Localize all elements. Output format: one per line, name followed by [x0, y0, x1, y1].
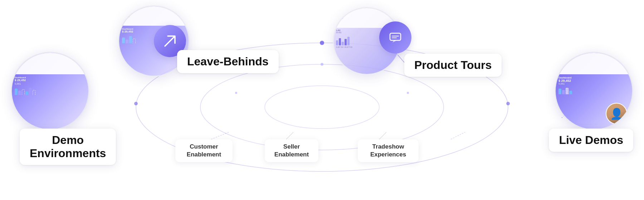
bar-6	[33, 90, 35, 95]
svg-line-18	[451, 132, 465, 139]
small-value-left: 5,961	[15, 82, 86, 85]
pt-b5	[347, 37, 350, 45]
dollar-value-left: $ 29,452	[15, 79, 86, 82]
tradeshow-experiences-label: TradeshowExperiences	[358, 139, 419, 162]
demo-environments-label: DemoEnvironments	[20, 129, 116, 165]
seller-enablement-label: SellerEnablement	[265, 139, 318, 162]
product-tours-title: Product Tours	[414, 59, 492, 72]
dashboard-title-left: Dashboard	[15, 76, 86, 79]
person-avatar: 👤	[606, 103, 627, 124]
svg-line-16	[286, 132, 293, 139]
svg-point-13	[235, 92, 237, 94]
svg-rect-19	[390, 33, 401, 40]
acme-logo-pt: ACME	[337, 17, 343, 19]
lb-bar-1	[122, 38, 125, 43]
ld-small: 5,961	[558, 82, 629, 85]
live-demos-circle: ACME Dashboard $ 29,452 5,961 👤	[555, 52, 633, 130]
acme-logo-ld: ACME	[558, 62, 566, 65]
demo-environments-circle: ACME Dashboard $ 29,452 5,961	[11, 52, 89, 130]
bar-1	[15, 89, 18, 95]
customer-enablement-title: CustomerEnablement	[184, 143, 224, 159]
tradeshow-experiences-title: TradeshowExperiences	[366, 143, 410, 159]
svg-point-12	[321, 63, 323, 66]
customer-enablement-label: CustomerEnablement	[175, 139, 233, 162]
bar-5	[29, 88, 32, 95]
avatar-left	[80, 61, 86, 66]
ld-dashboard: Dashboard	[558, 76, 629, 79]
svg-point-1	[200, 64, 444, 150]
product-tours-icon	[379, 21, 411, 54]
ld-bar-2	[562, 90, 565, 94]
svg-point-14	[407, 92, 409, 94]
svg-point-8	[134, 102, 138, 105]
svg-line-15	[211, 132, 229, 139]
acme-logo-left: ACME	[15, 62, 22, 65]
lb-bar-3	[129, 36, 132, 43]
bar-2	[18, 91, 21, 95]
acme-logo-lb: ACME	[122, 15, 130, 18]
main-scene: ACME Dashboard $ 29,452 5,961 DemoEnviro…	[0, 0, 644, 200]
pt-b2	[339, 38, 341, 45]
lb-bar-2	[126, 40, 128, 43]
svg-line-17	[379, 132, 386, 139]
bar-3	[22, 89, 25, 95]
lb-bar-4	[133, 39, 136, 43]
demo-environments-title: DemoEnvironments	[30, 134, 106, 160]
product-tours-label: Product Tours	[404, 54, 502, 77]
bar-4	[25, 91, 28, 95]
ld-bar-3	[566, 88, 569, 94]
leave-behinds-title: Leave-Behinds	[187, 55, 269, 68]
live-demos-label: Live Demos	[549, 129, 633, 152]
seller-enablement-title: SellerEnablement	[273, 143, 310, 159]
svg-point-9	[506, 102, 510, 105]
ld-value: $ 29,452	[558, 79, 629, 82]
ld-bar-1	[558, 89, 561, 94]
orbit-lines	[0, 0, 644, 200]
svg-point-7	[320, 41, 324, 45]
svg-point-2	[265, 86, 379, 129]
ld-bar-4	[569, 91, 572, 94]
pt-b1	[336, 40, 338, 45]
leave-behinds-label: Leave-Behinds	[177, 50, 279, 73]
pt-b3	[342, 42, 344, 45]
live-demos-title: Live Demos	[559, 134, 623, 147]
avatar-lb	[180, 13, 186, 19]
pt-b4	[345, 39, 347, 45]
